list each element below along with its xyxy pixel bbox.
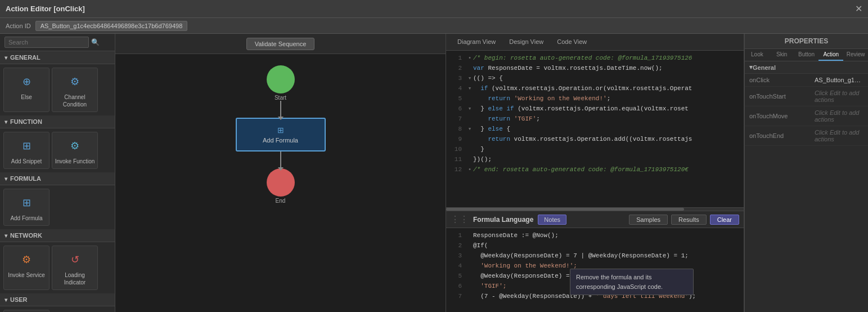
section-formula[interactable]: ▾ FORMULA — [0, 172, 115, 185]
props-tab-review[interactable]: Review — [843, 49, 868, 61]
add-formula-node-icon: ⊞ — [277, 126, 284, 135]
actionid-label: Action ID — [6, 23, 31, 29]
flow-node-start[interactable] — [267, 65, 295, 93]
canvas-toolbar: Validate Sequence — [115, 34, 446, 54]
channel-condition-label: Channel Condition — [55, 93, 95, 108]
code-line-7: 7 return 'TGIF'; — [446, 114, 744, 124]
props-tab-skin[interactable]: Skin — [770, 49, 794, 61]
properties-panel: PROPERTIES Look Skin Button Action Revie… — [744, 34, 868, 312]
section-user[interactable]: ▾ USER — [0, 293, 115, 306]
flow-node-end[interactable] — [267, 168, 295, 197]
search-icon: 🔍 — [91, 38, 100, 46]
invoke-function-label: Invoke Function — [55, 158, 95, 165]
general-items: ⊕ Else ⚙ Channel Condition — [0, 64, 115, 115]
ontouchmove-key: onTouchMove — [749, 113, 811, 119]
else-label: Else — [21, 93, 32, 101]
section-function-label: FUNCTION — [10, 118, 42, 125]
formula-header: ⋮⋮ Formula Language Notes Samples Result… — [446, 211, 744, 228]
props-tab-look[interactable]: Look — [745, 49, 770, 61]
clear-button[interactable]: Clear — [710, 215, 739, 225]
canvas-area: Start ⊞ Add Formula End — [115, 54, 446, 312]
formula-line-2: 2 @If( — [446, 240, 744, 251]
loading-indicator-icon: ↺ — [65, 249, 85, 270]
props-row-ontouchstart: onTouchStart Click Edit to add actions — [745, 87, 868, 106]
code-line-3: 3 ▾ (() => { — [446, 73, 744, 83]
else-icon: ⊕ — [16, 72, 37, 92]
validate-sequence-button[interactable]: Validate Sequence — [246, 38, 315, 50]
formula-bottom-panel: ⋮⋮ Formula Language Notes Samples Result… — [446, 211, 744, 312]
end-label: End — [276, 198, 286, 204]
samples-button[interactable]: Samples — [629, 215, 668, 225]
clear-tooltip: Remove the formula and its corresponding… — [570, 269, 694, 295]
props-row-ontouchmove: onTouchMove Click Edit to add actions — [745, 106, 868, 126]
actionid-bar: Action ID AS_Button_g1c4ecb64864496898e3… — [0, 18, 868, 34]
ontouchend-key: onTouchEnd — [749, 132, 811, 139]
sidebar-item-channel-condition[interactable]: ⚙ Channel Condition — [52, 68, 98, 112]
add-formula-node-label: Add Formula — [263, 137, 298, 144]
props-tab-button[interactable]: Button — [794, 49, 819, 61]
flow-arrow-2 — [280, 151, 281, 168]
section-general[interactable]: ▾ GENERAL — [0, 51, 115, 64]
code-line-4: 4 ▾ if (voltmx.rosettajs.Operation.or(vo… — [446, 83, 744, 93]
search-input[interactable] — [5, 37, 89, 48]
ontouchstart-value[interactable]: Click Edit to add actions — [815, 90, 863, 103]
main-layout: 🔍 ▾ GENERAL ⊕ Else ⚙ Channel Condition ▾… — [0, 34, 868, 312]
properties-title: PROPERTIES — [745, 34, 868, 49]
ontouchmove-value[interactable]: Click Edit to add actions — [815, 109, 863, 123]
properties-tabs: Look Skin Button Action Review — [745, 49, 868, 61]
sidebar-item-else[interactable]: ⊕ Else — [3, 68, 50, 112]
props-tab-action[interactable]: Action — [818, 49, 843, 61]
sidebar-item-loading-indicator[interactable]: ↺ Loading Indicator — [52, 246, 98, 290]
arrow-general: ▾ — [5, 55, 7, 61]
formula-line-3: 3 @Weekday(ResponseDate) = 7 | @Weekday(… — [446, 251, 744, 261]
ontouchend-value[interactable]: Click Edit to add actions — [815, 129, 863, 142]
search-bar: 🔍 — [0, 34, 115, 51]
close-button[interactable]: ✕ — [855, 3, 862, 14]
section-network-label: NETWORK — [10, 232, 42, 239]
formula-language-title: Formula Language — [473, 216, 533, 224]
start-label: Start — [275, 95, 286, 101]
tab-design-view[interactable]: Design View — [502, 36, 550, 48]
code-line-11: 11 })(); — [446, 154, 744, 164]
props-section-general[interactable]: ▾ General — [745, 61, 868, 74]
sidebar-item-get-user-profile[interactable]: ⚙ Get User Profile — [3, 310, 50, 312]
sidebar-item-invoke-function[interactable]: ⚙ Invoke Function — [52, 132, 98, 169]
sidebar-item-add-formula[interactable]: ⊞ Add Formula — [3, 189, 50, 226]
actionid-value: AS_Button_g1c4ecb64864496898e3c17b6d7694… — [35, 21, 188, 31]
sidebar-item-invoke-service[interactable]: ⚙ Invoke Service — [3, 246, 50, 290]
results-button[interactable]: Results — [671, 215, 707, 225]
channel-condition-icon: ⚙ — [65, 72, 85, 92]
flow-node-add-formula[interactable]: ⊞ Add Formula — [236, 118, 326, 151]
left-sidebar: 🔍 ▾ GENERAL ⊕ Else ⚙ Channel Condition ▾… — [0, 34, 115, 312]
formula-tab-notes[interactable]: Notes — [538, 215, 566, 225]
code-line-8: 8 ▾ } else { — [446, 124, 744, 134]
onclick-value[interactable]: AS_Button_g1c4ecb6486 — [815, 77, 863, 83]
add-formula-icon: ⊞ — [16, 193, 37, 213]
invoke-service-label: Invoke Service — [8, 271, 45, 279]
section-general-label: GENERAL — [10, 54, 41, 61]
code-line-9: 9 return voltmx.rosettajs.Operation.add(… — [446, 134, 744, 144]
arrow-function: ▾ — [5, 119, 7, 125]
code-line-2: 2 var ResponseDate = voltmx.rosettajs.Da… — [446, 63, 744, 73]
sidebar-item-add-snippet[interactable]: ⊞ Add Snippet — [3, 132, 50, 169]
tab-code-view[interactable]: Code View — [550, 36, 593, 48]
flow-arrow-1 — [280, 101, 281, 118]
props-row-onclick: onClick AS_Button_g1c4ecb6486 — [745, 74, 868, 87]
section-user-label: USER — [10, 296, 28, 303]
formula-actions: Samples Results Clear — [629, 215, 739, 225]
code-line-1: 1 • /* begin: rosetta auto-generated cod… — [446, 53, 744, 63]
code-editor: 1 • /* begin: rosetta auto-generated cod… — [446, 51, 744, 207]
add-snippet-label: Add Snippet — [11, 158, 42, 165]
section-formula-label: FORMULA — [10, 175, 41, 182]
drag-handle-icon[interactable]: ⋮⋮ — [451, 214, 469, 225]
code-line-12: 12 • /* end: rosetta auto-generated code… — [446, 164, 744, 175]
center-canvas: Validate Sequence Start ⊞ Add Formula — [115, 34, 446, 312]
props-section-label: General — [753, 64, 776, 71]
invoke-function-icon: ⚙ — [65, 136, 85, 156]
function-items: ⊞ Add Snippet ⚙ Invoke Function — [0, 128, 115, 172]
onclick-key: onClick — [749, 77, 811, 83]
window-title: Action Editor [onClick] — [6, 5, 85, 13]
section-function[interactable]: ▾ FUNCTION — [0, 115, 115, 128]
section-network[interactable]: ▾ NETWORK — [0, 229, 115, 242]
tab-diagram-view[interactable]: Diagram View — [451, 36, 502, 48]
